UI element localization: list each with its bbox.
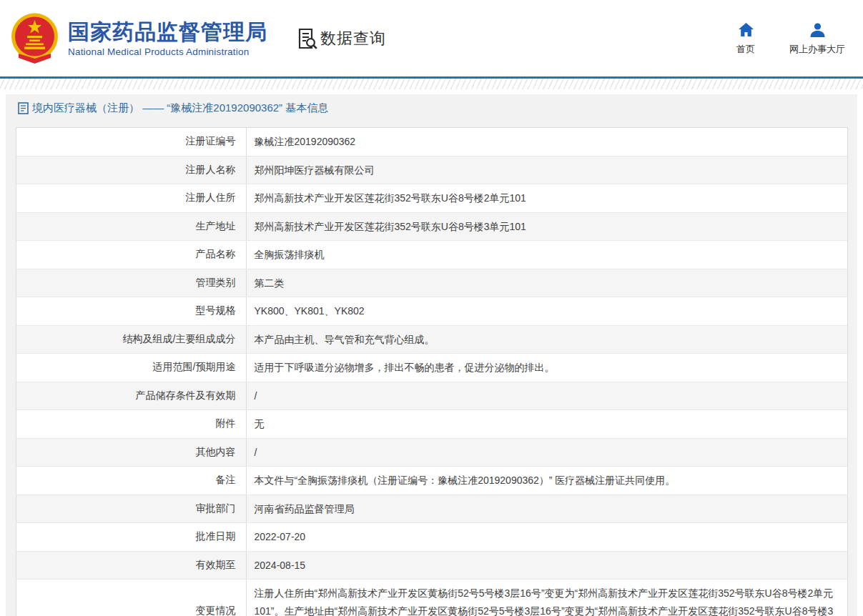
row-label: 适用范围/预期用途 bbox=[16, 354, 247, 382]
row-value: / bbox=[247, 382, 847, 410]
hatch-texture bbox=[0, 79, 863, 89]
table-row: 注册人住所 郑州高新技术产业开发区莲花街352号联东U谷8号楼2单元101 bbox=[16, 184, 847, 213]
table-row: 型号规格 YK800、YK801、YK802 bbox=[16, 297, 847, 326]
data-query-label: 数据查询 bbox=[320, 28, 386, 49]
user-icon bbox=[810, 23, 825, 37]
agency-logo-link[interactable]: 国家药品监督管理局 National Medical Products Admi… bbox=[9, 13, 267, 64]
top-header: 国家药品监督管理局 National Medical Products Admi… bbox=[0, 0, 863, 76]
agency-name-en: National Medical Products Administration bbox=[68, 46, 267, 57]
row-label: 生产地址 bbox=[16, 213, 247, 241]
national-emblem-icon bbox=[9, 13, 61, 64]
table-row: 备注 本文件与“全胸振荡排痰机（注册证编号：豫械注准20192090362）” … bbox=[16, 467, 847, 495]
row-value: 第二类 bbox=[247, 269, 847, 297]
data-query-link[interactable]: 数据查询 bbox=[296, 27, 386, 50]
row-label: 有效期至 bbox=[16, 552, 247, 580]
row-label: 注册人住所 bbox=[16, 184, 247, 212]
row-value: 郑州阳坤医疗器械有限公司 bbox=[247, 157, 847, 184]
document-icon bbox=[18, 102, 29, 114]
nav-service-hall-label: 网上办事大厅 bbox=[789, 43, 845, 56]
table-row: 有效期至 2024-08-15 bbox=[16, 552, 847, 580]
row-value: 河南省药品监督管理局 bbox=[247, 495, 847, 523]
table-row: 审批部门 河南省药品监督管理局 bbox=[16, 495, 847, 524]
row-label: 产品名称 bbox=[16, 241, 247, 269]
nav-home-label: 首页 bbox=[736, 43, 755, 56]
table-row: 结构及组成/主要组成成分 本产品由主机、导气管和充气背心组成。 bbox=[16, 326, 847, 354]
table-row: 适用范围/预期用途 适用于下呼吸道分泌物增多，排出不畅的患者，促进分泌物的排出。 bbox=[16, 354, 847, 382]
row-value: 本产品由主机、导气管和充气背心组成。 bbox=[247, 326, 847, 354]
row-value: 郑州高新技术产业开发区莲花街352号联东U谷8号楼2单元101 bbox=[247, 184, 847, 212]
row-label: 结构及组成/主要组成成分 bbox=[16, 326, 247, 354]
row-value: 无 bbox=[247, 410, 847, 438]
row-value: 豫械注准20192090362 bbox=[247, 128, 847, 156]
row-value: 2022-07-20 bbox=[247, 523, 847, 551]
row-label: 注册证编号 bbox=[16, 128, 247, 156]
content-panel: 境内医疗器械（注册） —— “豫械注准20192090362” 基本信息 注册证… bbox=[6, 94, 857, 616]
row-value: / bbox=[247, 439, 847, 467]
row-label: 附件 bbox=[16, 410, 247, 438]
table-row: 管理类别 第二类 bbox=[16, 269, 847, 298]
nav-home[interactable]: 首页 bbox=[736, 23, 755, 56]
table-row-change-history: 变更情况 注册人住所由“郑州高新技术产业开发区黄杨街52号5号楼3层16号”变更… bbox=[16, 580, 847, 616]
table-row: 附件 无 bbox=[16, 410, 847, 439]
row-label: 备注 bbox=[16, 467, 247, 495]
row-value: 2024-08-15 bbox=[247, 552, 847, 580]
row-value: 注册人住所由“郑州高新技术产业开发区黄杨街52号5号楼3层16号”变更为“郑州高… bbox=[247, 580, 847, 616]
row-value: 郑州高新技术产业开发区莲花街352号联东U谷8号楼3单元101 bbox=[247, 213, 847, 241]
row-label: 其他内容 bbox=[16, 439, 247, 467]
row-label: 产品储存条件及有效期 bbox=[16, 382, 247, 410]
page-title: 境内医疗器械（注册） —— “豫械注准20192090362” 基本信息 bbox=[6, 94, 857, 122]
page-title-text: 境内医疗器械（注册） —— “豫械注准20192090362” 基本信息 bbox=[32, 101, 328, 115]
agency-name-zh: 国家药品监督管理局 bbox=[68, 20, 267, 44]
row-value: YK800、YK801、YK802 bbox=[247, 297, 847, 325]
table-row: 批准日期 2022-07-20 bbox=[16, 523, 847, 552]
table-row: 其他内容 / bbox=[16, 439, 847, 467]
nav-service-hall[interactable]: 网上办事大厅 bbox=[789, 23, 845, 56]
row-label: 管理类别 bbox=[16, 269, 247, 297]
row-value: 适用于下呼吸道分泌物增多，排出不畅的患者，促进分泌物的排出。 bbox=[247, 354, 847, 382]
table-row: 产品名称 全胸振荡排痰机 bbox=[16, 241, 847, 269]
table-row: 生产地址 郑州高新技术产业开发区莲花街352号联东U谷8号楼3单元101 bbox=[16, 213, 847, 242]
row-label: 型号规格 bbox=[16, 297, 247, 325]
row-label: 注册人名称 bbox=[16, 157, 247, 184]
table-row: 注册人名称 郑州阳坤医疗器械有限公司 bbox=[16, 157, 847, 185]
document-search-icon bbox=[296, 27, 317, 50]
row-value: 本文件与“全胸振荡排痰机（注册证编号：豫械注准20192090362）” 医疗器… bbox=[247, 467, 847, 495]
row-label: 变更情况 bbox=[16, 580, 247, 616]
row-value: 全胸振荡排痰机 bbox=[247, 241, 847, 269]
table-row: 产品储存条件及有效期 / bbox=[16, 382, 847, 411]
registration-info-table: 注册证编号 豫械注准20192090362 注册人名称 郑州阳坤医疗器械有限公司… bbox=[16, 127, 848, 616]
home-icon bbox=[739, 23, 754, 37]
table-row: 注册证编号 豫械注准20192090362 bbox=[16, 128, 847, 157]
top-nav: 首页 网上办事大厅 bbox=[736, 23, 845, 56]
row-label: 批准日期 bbox=[16, 523, 247, 551]
row-label: 审批部门 bbox=[16, 495, 247, 523]
